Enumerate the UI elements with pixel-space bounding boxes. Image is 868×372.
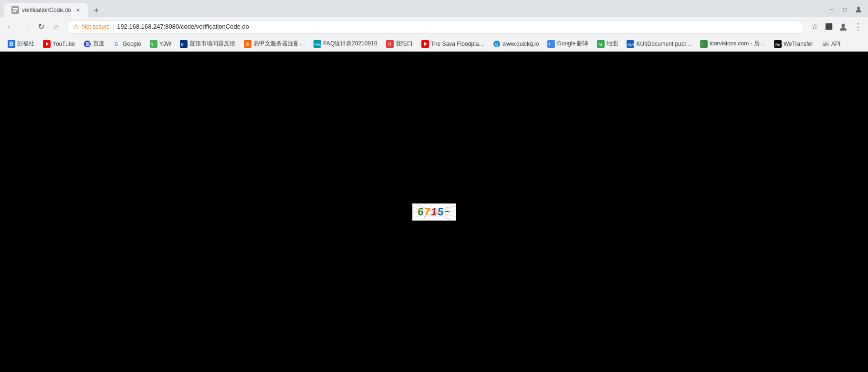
tab-close-icon[interactable]: ✕ bbox=[76, 7, 80, 13]
toolbar: ← → ↻ ⌂ ⚠ Not secure | 192.168.168.247:8… bbox=[0, 17, 868, 36]
bookmark-favicon-yifu: 易 bbox=[244, 40, 251, 48]
bookmark-sava[interactable]: The Sava Floodpla… bbox=[418, 38, 489, 50]
svg-text:i: i bbox=[701, 42, 702, 47]
svg-text:T: T bbox=[548, 42, 551, 47]
bookmark-label-yjw: YJW bbox=[159, 41, 171, 47]
security-warning-icon: ⚠ bbox=[73, 23, 79, 31]
address-bar[interactable]: ⚠ Not secure | 192.168.168.247:8080/code… bbox=[67, 20, 804, 33]
home-button[interactable]: ⌂ bbox=[50, 20, 63, 33]
svg-text:API: API bbox=[823, 43, 829, 47]
svg-text:FAQ: FAQ bbox=[314, 43, 321, 47]
reload-button[interactable]: ↻ bbox=[34, 20, 48, 33]
bookmark-booking[interactable]: B 置顶市场问题反馈 bbox=[176, 38, 239, 50]
bookmark-yjw[interactable]: Y YJW bbox=[146, 38, 175, 50]
svg-rect-2 bbox=[13, 10, 18, 11]
svg-text:Q: Q bbox=[495, 42, 498, 47]
bookmark-favicon-map: M bbox=[597, 40, 605, 48]
bookmark-label-booking: 置顶市场问题反馈 bbox=[189, 40, 235, 48]
bookmark-favicon-baidu: 百 bbox=[84, 40, 91, 48]
bookmark-favicon-wetransfer: We bbox=[774, 40, 782, 48]
svg-text:百: 百 bbox=[85, 42, 91, 47]
profile-button[interactable] bbox=[853, 4, 864, 15]
browser-window: verificationCode.do ✕ + − □ ← → ↻ ⌂ ⚠ No… bbox=[0, 0, 868, 372]
bookmark-favicon-yjw: Y bbox=[150, 40, 157, 48]
maximize-button[interactable]: □ bbox=[839, 4, 851, 15]
forward-button[interactable]: → bbox=[19, 20, 32, 33]
active-tab[interactable]: verificationCode.do ✕ bbox=[4, 3, 88, 17]
bookmark-favicon-quickq: Q bbox=[493, 40, 501, 48]
tab-favicon bbox=[11, 6, 19, 14]
bookmark-label-faq: FAQ统计表20210910 bbox=[323, 40, 377, 48]
bookmark-favicon-gtranslate: T bbox=[547, 40, 555, 48]
bookmark-favicon-google: G bbox=[113, 40, 121, 48]
profile-menu-button[interactable] bbox=[837, 20, 850, 33]
bookmark-label-wetransfer: WeTransfer bbox=[784, 41, 813, 47]
bookmark-gtranslate[interactable]: T Google 翻译 bbox=[544, 38, 592, 50]
bookmark-label-youtube: YouTube bbox=[52, 41, 75, 47]
window-controls: − □ bbox=[826, 4, 864, 17]
bookmark-favicon-api: API bbox=[822, 40, 829, 48]
bookmark-label-quickq: www.quickq.io bbox=[502, 41, 539, 47]
svg-text:登: 登 bbox=[387, 42, 392, 47]
svg-point-4 bbox=[857, 7, 860, 10]
svg-text:We: We bbox=[775, 43, 780, 46]
bookmark-label-baidu: 百度 bbox=[93, 40, 105, 48]
svg-text:M: M bbox=[598, 42, 602, 47]
bookmark-favicon-sava bbox=[421, 40, 429, 48]
svg-point-5 bbox=[842, 23, 845, 27]
bookmark-favicon-icarvisions: i bbox=[700, 40, 708, 48]
bookmark-label-icarvisions: icarvisions.com - 后… bbox=[710, 40, 765, 48]
bookmark-favicon-bilibili: B bbox=[8, 40, 15, 48]
svg-text:B: B bbox=[181, 42, 184, 47]
bookmark-star-button[interactable]: ☆ bbox=[808, 20, 821, 33]
captcha-text: 6 7 1 5 ~ bbox=[418, 206, 451, 218]
bookmark-yifu[interactable]: 易 易甲文服务器注册… bbox=[240, 38, 309, 50]
svg-text:KUI: KUI bbox=[627, 43, 634, 47]
svg-rect-3 bbox=[13, 11, 16, 12]
bilibili-icon: B bbox=[8, 40, 15, 48]
new-tab-button[interactable]: + bbox=[90, 4, 103, 17]
svg-text:Y: Y bbox=[151, 42, 154, 47]
captcha-char-5: ~ bbox=[444, 207, 451, 217]
captcha-image[interactable]: 6 7 1 5 ~ bbox=[412, 203, 456, 221]
bookmark-kui[interactable]: KUI KUI|Document publ… bbox=[623, 38, 695, 50]
bookmark-icarvisions[interactable]: i icarvisions.com - 后… bbox=[696, 38, 769, 50]
bookmark-favicon-kui: KUI bbox=[627, 40, 634, 48]
bookmark-api[interactable]: API API bbox=[818, 38, 844, 50]
bookmark-favicon-youtube bbox=[43, 40, 51, 48]
more-menu-button[interactable]: ⋮ bbox=[851, 20, 864, 33]
bookmark-label-gtranslate: Google 翻译 bbox=[557, 40, 588, 48]
bookmark-google[interactable]: G Google bbox=[109, 38, 145, 50]
bookmark-label-yifu: 易甲文服务器注册… bbox=[253, 40, 305, 48]
bookmark-label-denglu: 登陆口 bbox=[396, 40, 413, 48]
bookmark-favicon-denglu: 登 bbox=[386, 40, 394, 48]
bookmark-bilibili[interactable]: B 彭福社 bbox=[4, 38, 38, 50]
bookmark-label-api: API bbox=[831, 41, 840, 47]
main-content: 6 7 1 5 ~ bbox=[0, 52, 868, 372]
tab-title: verificationCode.do bbox=[22, 7, 71, 13]
toolbar-right: ☆ ⬛ ⋮ bbox=[808, 20, 864, 33]
tab-bar: verificationCode.do ✕ + − □ bbox=[0, 0, 868, 17]
bookmark-favicon-faq: FAQ bbox=[314, 40, 321, 48]
not-secure-label: Not secure bbox=[82, 23, 110, 30]
extensions-button[interactable]: ⬛ bbox=[822, 20, 836, 33]
bookmark-denglu[interactable]: 登 登陆口 bbox=[382, 38, 417, 50]
bookmark-label-map: 地图 bbox=[607, 40, 618, 48]
svg-text:G: G bbox=[115, 42, 118, 47]
bookmark-wetransfer[interactable]: We WeTransfer bbox=[770, 38, 817, 50]
bookmark-label-sava: The Sava Floodpla… bbox=[431, 41, 485, 47]
bookmark-youtube[interactable]: YouTube bbox=[39, 38, 79, 50]
address-text: 192.168.168.247:8080/code/verificationCo… bbox=[117, 23, 798, 30]
bookmark-faq[interactable]: FAQ FAQ统计表20210910 bbox=[310, 38, 381, 50]
address-separator: | bbox=[113, 23, 114, 30]
bookmark-favicon-booking: B bbox=[180, 40, 188, 48]
bookmarks-bar: B 彭福社 YouTube 百 百度 G Google bbox=[0, 36, 868, 52]
bookmark-baidu[interactable]: 百 百度 bbox=[80, 38, 108, 50]
svg-rect-1 bbox=[13, 8, 18, 9]
bookmark-quickq[interactable]: Q www.quickq.io bbox=[489, 38, 543, 50]
bookmark-map[interactable]: M 地图 bbox=[593, 38, 622, 50]
back-button[interactable]: ← bbox=[4, 20, 17, 33]
svg-text:易: 易 bbox=[245, 42, 250, 47]
bookmark-label-google: Google bbox=[123, 41, 141, 47]
minimize-button[interactable]: − bbox=[826, 4, 837, 15]
